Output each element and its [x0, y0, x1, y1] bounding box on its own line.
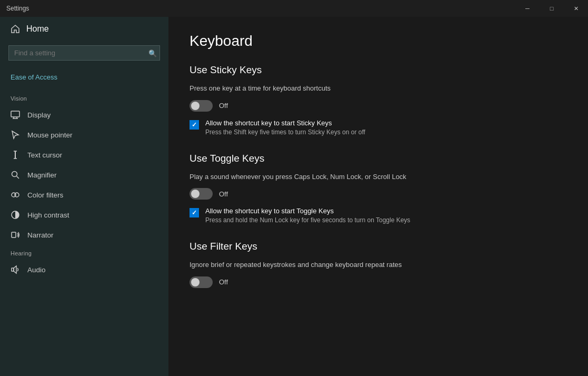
maximize-button[interactable]: □ [540, 0, 564, 17]
display-icon [11, 110, 20, 120]
sidebar-item-high-contrast-label: High contrast [27, 211, 69, 219]
breadcrumb-link[interactable]: Ease of Access [11, 73, 57, 81]
svg-rect-0 [11, 111, 19, 117]
magnifier-icon [11, 170, 20, 180]
sidebar-item-audio-label: Audio [27, 266, 46, 274]
minimize-button[interactable]: ─ [515, 0, 540, 17]
mouse-pointer-icon [11, 130, 20, 140]
filter-keys-section: Use Filter Keys Ignore brief or repeated… [190, 241, 567, 288]
audio-icon [11, 265, 20, 274]
search-button[interactable]: 🔍 [148, 49, 157, 57]
sidebar-item-high-contrast[interactable]: High contrast [0, 205, 168, 225]
toggle-keys-toggle-row: Off [190, 188, 567, 200]
sticky-keys-toggle-row: Off [190, 100, 567, 112]
toggle-keys-title: Use Toggle Keys [190, 153, 567, 164]
sidebar-item-magnifier[interactable]: Magnifier [0, 165, 168, 185]
filter-keys-toggle[interactable] [190, 276, 213, 288]
sidebar-item-magnifier-label: Magnifier [27, 171, 57, 179]
filter-keys-toggle-label: Off [219, 278, 228, 286]
sticky-keys-section: Use Sticky Keys Press one key at a time … [190, 64, 567, 136]
sidebar-item-mouse-pointer-label: Mouse pointer [27, 131, 73, 139]
sidebar: Home 🔍 Ease of Access Vision [0, 17, 168, 376]
high-contrast-icon [11, 210, 20, 220]
text-cursor-icon [11, 150, 20, 160]
toggle-keys-checkbox[interactable] [190, 208, 199, 217]
search-input[interactable] [8, 45, 160, 61]
toggle-keys-section: Use Toggle Keys Play a sound whenever yo… [190, 153, 567, 224]
svg-line-8 [17, 176, 19, 179]
svg-rect-12 [12, 232, 16, 238]
content-area: Keyboard Use Sticky Keys Press one key a… [168, 17, 588, 376]
sidebar-item-text-cursor[interactable]: Text cursor [0, 145, 168, 165]
titlebar: Settings ─ □ ✕ [0, 0, 588, 17]
search-wrapper: 🔍 [8, 45, 160, 61]
toggle-keys-toggle[interactable] [190, 188, 213, 200]
titlebar-controls: ─ □ ✕ [515, 0, 588, 17]
sidebar-item-color-filters-label: Color filters [27, 191, 63, 199]
titlebar-title: Settings [6, 5, 29, 12]
sticky-keys-toggle[interactable] [190, 100, 213, 112]
sticky-keys-toggle-label: Off [219, 102, 228, 110]
toggle-keys-description: Play a sound whenever you press Caps Loc… [190, 172, 567, 182]
filter-keys-title: Use Filter Keys [190, 241, 567, 252]
sidebar-home-label: Home [26, 24, 49, 34]
sidebar-item-narrator[interactable]: Narrator [0, 225, 168, 245]
breadcrumb: Ease of Access [0, 69, 168, 90]
svg-point-10 [15, 193, 19, 197]
sticky-keys-checkbox-content: Allow the shortcut key to start Sticky K… [205, 119, 365, 136]
sticky-keys-description: Press one key at a time for keyboard sho… [190, 83, 567, 94]
narrator-icon [11, 230, 20, 240]
sidebar-item-color-filters[interactable]: Color filters [0, 185, 168, 205]
sidebar-item-audio[interactable]: Audio [0, 260, 168, 280]
sticky-keys-checkbox-sublabel: Press the Shift key five times to turn S… [205, 128, 365, 136]
sidebar-item-narrator-label: Narrator [27, 231, 54, 239]
sticky-keys-checkbox[interactable] [190, 120, 199, 130]
toggle-keys-checkbox-sublabel: Press and hold the Num Lock key for five… [205, 216, 410, 224]
svg-point-7 [12, 172, 17, 177]
filter-keys-toggle-row: Off [190, 276, 567, 288]
sidebar-item-home[interactable]: Home [0, 17, 168, 41]
sidebar-item-mouse-pointer[interactable]: Mouse pointer [0, 125, 168, 145]
page-title: Keyboard [190, 33, 567, 50]
toggle-keys-toggle-label: Off [219, 190, 228, 198]
sidebar-item-display[interactable]: Display [0, 105, 168, 125]
sticky-keys-checkbox-row: Allow the shortcut key to start Sticky K… [190, 119, 567, 136]
hearing-section-label: Hearing [0, 245, 168, 260]
sticky-keys-checkbox-label: Allow the shortcut key to start Sticky K… [205, 119, 365, 127]
toggle-keys-checkbox-label: Allow the shortcut key to start Toggle K… [205, 207, 410, 215]
search-container: 🔍 [0, 41, 168, 69]
close-button[interactable]: ✕ [564, 0, 588, 17]
main-layout: Home 🔍 Ease of Access Vision [0, 17, 588, 376]
toggle-keys-checkbox-content: Allow the shortcut key to start Toggle K… [205, 207, 410, 224]
vision-section-label: Vision [0, 90, 168, 105]
home-icon [11, 24, 20, 34]
sticky-keys-title: Use Sticky Keys [190, 64, 567, 76]
filter-keys-description: Ignore brief or repeated keystrokes and … [190, 260, 567, 270]
toggle-keys-checkbox-row: Allow the shortcut key to start Toggle K… [190, 207, 567, 224]
sidebar-item-display-label: Display [27, 111, 51, 119]
sidebar-item-text-cursor-label: Text cursor [27, 151, 62, 159]
color-filters-icon [11, 190, 20, 200]
